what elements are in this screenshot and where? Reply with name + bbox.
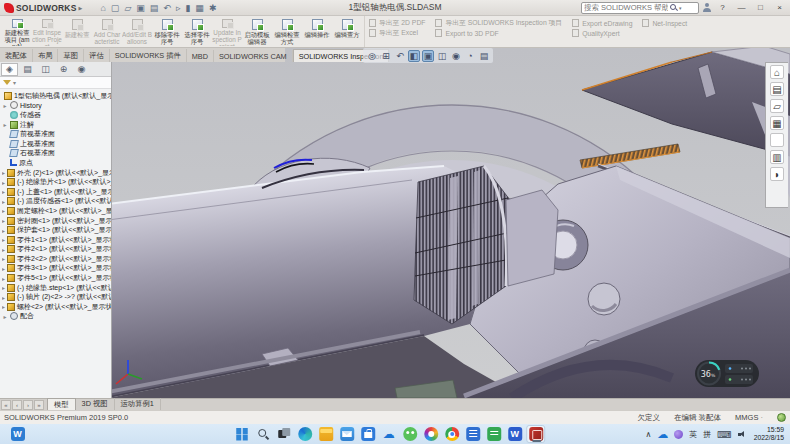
ribbon-export-excel-button[interactable]: 导出至 Excel <box>369 28 425 38</box>
ribbon-add-characteristic-button[interactable]: Add Characteristic <box>92 17 122 46</box>
qa-undo-button[interactable]: ↶ <box>163 3 171 13</box>
expand-arrow-icon[interactable] <box>2 265 5 272</box>
expand-arrow-icon[interactable] <box>2 207 5 214</box>
tab-nav-button[interactable]: « <box>1 400 11 410</box>
taskbar-word-button[interactable] <box>505 425 524 443</box>
expand-arrow-icon[interactable] <box>2 102 8 109</box>
tree-item[interactable]: 配合 <box>2 312 111 322</box>
view-palette-icon[interactable]: ▦ <box>770 116 784 130</box>
taskbar-start-button[interactable] <box>232 425 251 443</box>
ribbon-update-inspection-project-button[interactable]: Update Inspection Project <box>212 17 242 46</box>
taskbar-edge-button[interactable] <box>295 425 314 443</box>
tree-item[interactable]: 零件2<2> (默认<<默认>_显示状态 <box>2 254 111 264</box>
previous-view-icon[interactable]: ↶ <box>394 50 406 62</box>
taskbar-onedrive-button[interactable] <box>379 425 398 443</box>
dimxpertmanager-tab[interactable]: ⊕ <box>55 63 72 76</box>
qa-performance-button[interactable]: ▮ <box>185 3 190 13</box>
ribbon-remove-balloons-button[interactable]: 移除零件序号 <box>152 17 182 46</box>
ime-language-indicator[interactable]: 英 <box>689 429 697 440</box>
taskbar-solidworks-button[interactable] <box>526 425 545 443</box>
hide-show-items-icon[interactable]: ◉ <box>450 50 462 62</box>
expand-arrow-icon[interactable] <box>2 121 8 128</box>
ribbon-edit-inspection-methods-button[interactable]: 编辑检查方式 <box>272 17 302 46</box>
tree-item[interactable]: 传感器 <box>2 110 111 120</box>
ribbon-export-sw-inspection-button[interactable]: 导出至 SOLIDWORKS Inspection 项目 <box>435 18 562 28</box>
zoom-hud[interactable]: 36% <box>695 360 759 387</box>
custom-properties-icon[interactable]: ▥ <box>770 150 784 164</box>
close-button[interactable]: × <box>772 1 787 14</box>
ribbon-tab[interactable]: 草图 <box>58 49 84 62</box>
help-search-input[interactable] <box>584 3 668 12</box>
volume-icon[interactable] <box>738 430 748 439</box>
expand-arrow-icon[interactable] <box>2 255 5 262</box>
tree-item[interactable]: 零件1<1> (默认<<默认>_显示状态 <box>2 235 111 245</box>
qa-home-button[interactable]: ⌂ <box>100 3 105 13</box>
tree-item[interactable]: 上视基准面 <box>2 139 111 149</box>
tray-expand-icon[interactable]: ∧ <box>645 430 651 439</box>
qa-options-button[interactable]: ✱ <box>209 3 217 13</box>
ribbon-add-edit-balloons-button[interactable]: Add/Edit Balloons <box>122 17 152 46</box>
minimize-button[interactable]: — <box>734 1 749 14</box>
featuremanager-tree-tab[interactable]: ◈ <box>1 63 18 76</box>
ribbon-tab[interactable]: 装配体 <box>0 49 33 62</box>
restore-button[interactable]: □ <box>753 1 768 14</box>
ribbon-tab[interactable]: 布局 <box>33 49 59 62</box>
home-icon[interactable]: ⌂ <box>770 65 784 79</box>
expand-arrow-icon[interactable] <box>2 246 5 253</box>
ribbon-tab[interactable]: SOLIDWORKS 插件 <box>110 49 187 62</box>
flyout-arrow-icon[interactable]: ▶ <box>79 5 83 11</box>
ribbon-new-inspection-button[interactable]: 新建检查 <box>62 17 92 46</box>
expand-arrow-icon[interactable] <box>2 303 5 310</box>
taskbar-mail-button[interactable] <box>337 425 356 443</box>
qa-display-grid-button[interactable]: ▦ <box>195 3 204 13</box>
filter-caret-icon[interactable]: ▾ <box>13 79 16 86</box>
ribbon-launch-template-editor-button[interactable]: 启动模板编辑器 <box>242 17 272 46</box>
tree-item[interactable]: 原点 <box>2 158 111 168</box>
ribbon-tab[interactable]: 评估 <box>84 49 110 62</box>
ribbon-tab[interactable]: MBD <box>187 50 214 62</box>
qa-select-button[interactable]: ▹ <box>176 3 181 13</box>
ribbon-edit-specs-button[interactable]: 编辑查方 <box>332 17 362 46</box>
ribbon-tab[interactable]: SOLIDWORKS CAM <box>214 50 293 62</box>
tree-item[interactable]: 零件3<1> (默认<<默认>_显示状态 <box>2 264 111 274</box>
taskbar-docs-button[interactable] <box>484 425 503 443</box>
view-settings-icon[interactable]: ▤ <box>478 50 490 62</box>
taskbar-chrome-button[interactable] <box>442 425 461 443</box>
tab-nav-button[interactable]: » <box>34 400 44 410</box>
ribbon-qualityxpert-button[interactable]: QualityXpert <box>572 28 632 38</box>
tree-filter-row[interactable]: ▾ <box>0 77 111 89</box>
ribbon-edit-inspection-project-button[interactable]: Edit Inspection Project <box>32 17 62 46</box>
design-library-icon[interactable]: ▤ <box>770 82 784 96</box>
quick-tip-icon[interactable] <box>777 413 786 422</box>
ribbon-export-3d-pdf-button[interactable]: Export to 3D PDF <box>435 28 562 38</box>
display-style-icon[interactable]: ◫ <box>436 50 448 62</box>
tree-item[interactable]: History <box>2 101 111 111</box>
zoom-to-area-icon[interactable]: ⊞ <box>380 50 392 62</box>
displaymanager-tab[interactable]: ◉ <box>73 63 90 76</box>
ribbon-edit-operations-button[interactable]: 编辑操作 <box>302 17 332 46</box>
ribbon-net-inspect-button[interactable]: Net-Inspect <box>642 18 687 28</box>
tree-item[interactable]: 外壳 (2)<1> (默认<<默认>_显示状 <box>2 168 111 178</box>
ribbon-export-2d-pdf-button[interactable]: 导出至 2D PDF <box>369 18 425 28</box>
taskbar-reader-button[interactable] <box>463 425 482 443</box>
expand-arrow-icon[interactable] <box>2 179 5 186</box>
help-search-box[interactable]: ▾ <box>581 2 699 14</box>
ribbon-export-edrawing-button[interactable]: Export eDrawing <box>572 18 632 28</box>
tab-nav-button[interactable]: ‹ <box>12 400 22 410</box>
qa-save-button[interactable]: ▣ <box>136 3 145 13</box>
qa-print-button[interactable]: ▤ <box>150 3 159 13</box>
expand-arrow-icon[interactable] <box>2 188 5 195</box>
tree-item[interactable]: 固定螺栓<1> (默认<<默认>_显示 <box>2 206 111 216</box>
configurationmanager-tab[interactable]: ◫ <box>37 63 54 76</box>
tree-item[interactable]: (-) 绝缘垫.step<1> (默认<<默认 <box>2 283 111 293</box>
search-caret-icon[interactable]: ▾ <box>679 5 682 11</box>
tree-item[interactable]: 螺栓<2> (默认<<默认>_显示状态 <box>2 302 111 312</box>
qa-new-document-button[interactable]: ▢ <box>111 3 120 13</box>
tree-item[interactable]: 1型铝轴热电偶 (默认<默认_显示状态-1 <box>2 91 111 101</box>
edit-appearance-icon[interactable]: ◔ <box>464 50 476 62</box>
security-tray-icon[interactable] <box>674 430 683 439</box>
propertymanager-tab[interactable]: ▤ <box>19 63 36 76</box>
zoom-to-fit-icon[interactable]: ◎ <box>366 50 378 62</box>
expand-arrow-icon[interactable] <box>2 227 5 234</box>
ime-pinyin-indicator[interactable]: 拼 <box>703 429 711 440</box>
